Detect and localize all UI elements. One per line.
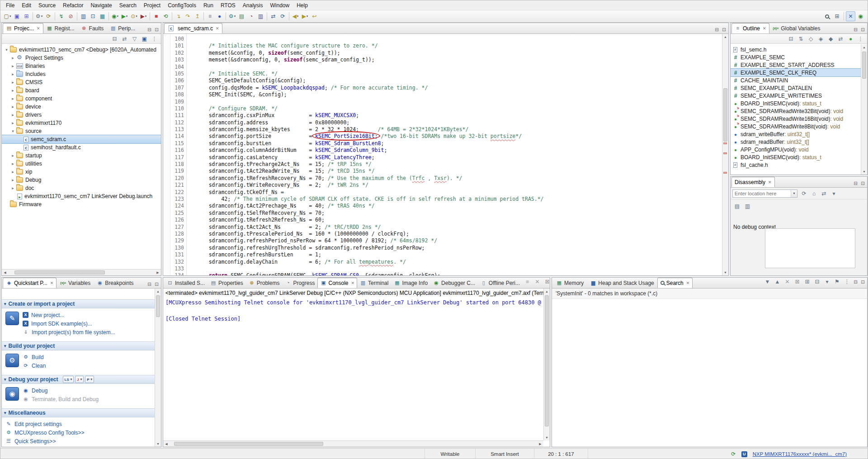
expand-all-icon[interactable]: ⊞ [802,277,812,287]
scroll-right-icon[interactable]: ▶ [537,442,543,446]
close-tab-icon[interactable]: ✕ [216,26,219,31]
outline-item-semc-sdramreadwrite16bit-void[interactable]: SEMC_SDRAMReadWrite16Bit(void) : void [731,115,861,123]
menu-search[interactable]: Search [116,1,140,9]
console-tab-debugger-c[interactable]: ◉Debugger C... [430,278,478,288]
scroll-thumb[interactable] [545,295,549,426]
collapse-section-icon[interactable]: ▾ [4,344,6,348]
menu-navigate[interactable]: Navigate [87,1,115,9]
pin-search-icon[interactable]: ⚑ [832,277,842,287]
expand-arrow-icon[interactable]: ▸ [10,178,16,182]
expand-arrow-icon[interactable]: ▸ [10,96,16,101]
scroll-thumb[interactable] [723,88,727,142]
sort-icon[interactable]: ⇅ [796,34,806,44]
sync-status-icon[interactable]: ⟳ [729,449,738,459]
collapse-all-icon[interactable]: ⊟ [786,34,796,44]
menu-refactor[interactable]: Refactor [59,1,87,9]
menu-help[interactable]: Help [293,1,311,9]
refresh-icon[interactable]: ⟳ [799,189,809,199]
console-tab-terminal[interactable]: ▥Terminal [357,278,391,288]
quickstart-item-import-sdk-example-s[interactable]: XImport SDK example(s)... [23,319,155,328]
editor-vertical-scrollbar[interactable]: ▲ ▼ [722,34,728,275]
scroll-left-icon[interactable]: ◀ [2,271,8,274]
view-menu-icon[interactable]: ⋮ [150,34,159,44]
bottom-right-tab-memory[interactable]: ▦Memory [553,278,587,288]
close-tab-icon[interactable]: ✕ [763,26,766,31]
tree-item-evkmimxrt1170-semc-cm7-debug-6020a-automated[interactable]: ▾evkmimxrt1170_semc_cm7 <Debug> [6020A_A… [2,46,161,54]
tree-item-doc[interactable]: ▸doc [2,184,161,192]
scroll-down-icon[interactable]: ▼ [861,169,867,175]
probe-linkserver-button[interactable]: LS▾ [63,376,74,383]
link-with-debug-icon[interactable]: ⇄ [819,189,829,199]
last-edit-location-icon[interactable]: ↩ [310,11,319,21]
section-header-build-your-project[interactable]: ▾Build your project [2,341,155,350]
outline-item-app-configmpu-void[interactable]: APP_ConfigMPU(void) : void [731,146,861,153]
scroll-thumb[interactable] [862,52,866,79]
tree-item-startup[interactable]: ▸startup [2,151,161,160]
outline-item-example-semc-start-address[interactable]: EXAMPLE_SEMC_START_ADDRESS [731,61,861,69]
profile-icon[interactable]: ⊙▾ [129,11,139,21]
hide-non-public-icon[interactable]: ◆ [826,34,835,44]
menu-source[interactable]: Source [35,1,59,9]
maximize-view-icon[interactable]: ⊡ [153,27,160,32]
expand-arrow-icon[interactable]: ▸ [10,104,16,109]
console-tab-installed-s[interactable]: ⊡Installed S... [164,278,208,288]
search-icon[interactable] [822,11,832,21]
expand-arrow-icon[interactable]: ▸ [10,121,16,125]
bottom-right-tab-heap-and-stack-usage[interactable]: ▆Heap and Stack Usage [587,278,657,288]
scroll-up-icon[interactable]: ▲ [155,289,161,294]
scroll-thumb[interactable] [174,442,323,446]
previous-searches-icon[interactable]: ▾ [822,277,832,287]
minimize-view-icon[interactable]: ⊟ [146,282,153,287]
explorer-tab-regist[interactable]: ▦Regist... [43,23,78,33]
console-vertical-scrollbar[interactable]: ▲ ▼ [543,289,550,440]
menu-configtools[interactable]: ConfigTools [164,1,200,9]
console-tab-properties[interactable]: ▤Properties [208,278,246,288]
forward-icon[interactable]: ▶▾ [300,11,310,21]
scroll-up-icon[interactable]: ▲ [861,44,867,50]
tree-item-cmsis[interactable]: ▸CMSIS [2,78,161,86]
next-match-icon[interactable]: ▼ [763,277,772,287]
download-flash-icon[interactable]: ↯ [57,11,66,21]
tree-item-source[interactable]: ▾source [2,127,161,135]
quickstart-item-new-project[interactable]: XNew project... [23,311,155,319]
spelling-annotation-mark[interactable] [723,142,727,144]
quickstart-vertical-scrollbar[interactable]: ▲ ▼ [155,289,161,447]
tree-item-device[interactable]: ▸device [2,103,161,111]
close-tab-icon[interactable]: ✕ [50,281,54,285]
build-icon[interactable]: ⚙▾ [34,11,44,21]
spelling-annotation-mark[interactable] [723,172,727,174]
tree-item-utilities[interactable]: ▸utilities [2,160,161,168]
remove-all-matches-icon[interactable]: ⊠ [793,277,802,287]
minimize-view-icon[interactable]: ⊟ [852,27,859,32]
tree-item-board[interactable]: ▸board [2,86,161,95]
minimize-view-icon[interactable]: ⊟ [146,27,153,32]
menu-edit[interactable]: Edit [18,1,35,9]
collapse-section-icon[interactable]: ▾ [4,302,6,306]
minimize-view-icon[interactable]: ⊟ [852,181,859,186]
outline-item-cache-maintain[interactable]: CACHE_MAINTAIN [731,76,861,84]
console-tab-console[interactable]: ▣Console✕ [317,278,357,288]
expand-arrow-icon[interactable]: ▸ [10,72,16,76]
disassembly-tab-disassembly[interactable]: Disassembly✕ [731,177,775,187]
quickstart-item-import-project-s-from-file-system[interactable]: ⇓Import project(s) from file system... [23,328,155,336]
update-available-icon[interactable]: U [740,449,749,459]
scroll-left-icon[interactable]: ◀ [163,442,170,446]
instruction-stepping-icon[interactable]: ≡ [205,11,215,21]
close-tab-icon[interactable]: ✕ [351,281,355,285]
scroll-track[interactable] [8,270,155,275]
outline-item-sdram-readbuffer[interactable]: sdram_readBuffer : uint32_t[] [731,138,861,146]
outline-item-semc-sdramreadwrite32bit-void[interactable]: SEMC_SDRAMReadWrite32Bit(void) : void [731,107,861,115]
bottom-left-tab-breakpoints[interactable]: ◉Breakpoints [94,278,137,288]
external-tools-icon[interactable]: ▶▾ [139,11,148,21]
peripherals-icon[interactable]: ▥ [256,11,265,21]
scroll-right-icon[interactable]: ▶ [155,271,161,274]
outline-tab-global-variables[interactable]: (x)=Global Variables [769,23,824,33]
close-tab-icon[interactable]: ✕ [768,180,772,185]
outline-item-example-semc[interactable]: EXAMPLE_SEMC [731,53,861,61]
expand-arrow-icon[interactable]: ▸ [10,56,16,60]
console-tab-image-info[interactable]: ▦Image Info [391,278,430,288]
config-tools-icon[interactable]: ⚙▾ [227,11,237,21]
develop-perspective-icon[interactable]: ✕ [846,11,855,21]
outline-item-board-initsemc-void[interactable]: BOARD_InitSEMC(void) : status_t [731,99,861,107]
console-tab-offline-peri[interactable]: ▯Offline Peri... [478,278,523,288]
